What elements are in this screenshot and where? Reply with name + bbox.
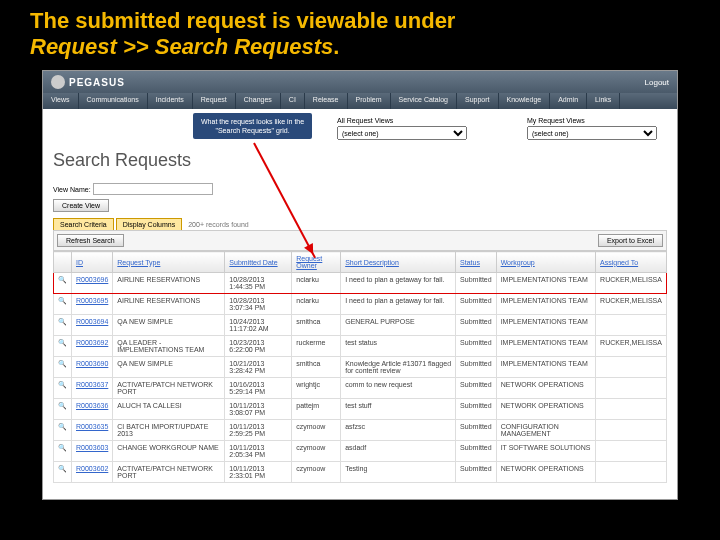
logout-link[interactable]: Logout [645, 78, 669, 87]
cell-id[interactable]: R0003602 [72, 462, 113, 483]
cell-assigned [596, 462, 667, 483]
cell-type: QA NEW SIMPLE [113, 357, 225, 378]
cell-id[interactable]: R0003692 [72, 336, 113, 357]
cell-date: 10/11/2013 2:33:01 PM [225, 462, 292, 483]
menubar: Views Communications Incidents Request C… [43, 93, 677, 109]
menu-links[interactable]: Links [587, 93, 620, 109]
cell-owner: czymoow [292, 441, 341, 462]
magnify-icon[interactable]: 🔍 [54, 336, 72, 357]
cell-assigned: RUCKER,MELISSA [596, 273, 667, 294]
tab-search-criteria[interactable]: Search Criteria [53, 218, 114, 230]
table-row: 🔍R0003690QA NEW SIMPLE10/21/2013 3:28:42… [54, 357, 667, 378]
tab-display-columns[interactable]: Display Columns [116, 218, 183, 230]
cell-desc: asdadf [341, 441, 456, 462]
create-view-button[interactable]: Create View [53, 199, 109, 212]
cell-owner: czymoow [292, 462, 341, 483]
cell-id[interactable]: R0003696 [72, 273, 113, 294]
menu-views[interactable]: Views [43, 93, 79, 109]
menu-release[interactable]: Release [305, 93, 348, 109]
cell-date: 10/28/2013 3:07:34 PM [225, 294, 292, 315]
cell-owner: smithca [292, 315, 341, 336]
cell-assigned [596, 315, 667, 336]
cell-id[interactable]: R0003695 [72, 294, 113, 315]
cell-type: ACTIVATE/PATCH NETWORK PORT [113, 378, 225, 399]
callout-line1: What the request looks like in the [201, 118, 304, 125]
cell-assigned [596, 399, 667, 420]
col-status[interactable]: Status [456, 252, 497, 273]
cell-workgroup: IMPLEMENTATIONS TEAM [496, 294, 595, 315]
cell-desc: asfzsc [341, 420, 456, 441]
magnify-icon[interactable]: 🔍 [54, 378, 72, 399]
cell-date: 10/28/2013 1:44:35 PM [225, 273, 292, 294]
cell-type: CHANGE WORKGROUP NAME [113, 441, 225, 462]
cell-assigned [596, 378, 667, 399]
table-row: 🔍R0003695AIRLINE RESERVATIONS10/28/2013 … [54, 294, 667, 315]
cell-date: 10/11/2013 3:08:07 PM [225, 399, 292, 420]
view-name-input[interactable] [93, 183, 213, 195]
col-mag [54, 252, 72, 273]
cell-date: 10/21/2013 3:28:42 PM [225, 357, 292, 378]
cell-desc: test status [341, 336, 456, 357]
app-screenshot: PEGASUS Logout Views Communications Inci… [42, 70, 678, 500]
magnify-icon[interactable]: 🔍 [54, 462, 72, 483]
menu-request[interactable]: Request [193, 93, 236, 109]
cell-assigned [596, 357, 667, 378]
menu-incidents[interactable]: Incidents [148, 93, 193, 109]
menu-ci[interactable]: CI [281, 93, 305, 109]
col-assigned[interactable]: Assigned To [596, 252, 667, 273]
cell-desc: Knowledge Article #13071 flagged for con… [341, 357, 456, 378]
magnify-icon[interactable]: 🔍 [54, 420, 72, 441]
magnify-icon[interactable]: 🔍 [54, 273, 72, 294]
tabs-row: Search Criteria Display Columns 200+ rec… [53, 218, 667, 230]
menu-changes[interactable]: Changes [236, 93, 281, 109]
cell-id[interactable]: R0003636 [72, 399, 113, 420]
cell-workgroup: IMPLEMENTATIONS TEAM [496, 273, 595, 294]
my-request-views: My Request Views (select one) [527, 117, 657, 140]
refresh-search-button[interactable]: Refresh Search [57, 234, 124, 247]
col-desc[interactable]: Short Description [341, 252, 456, 273]
magnify-icon[interactable]: 🔍 [54, 441, 72, 462]
my-views-select[interactable]: (select one) [527, 126, 657, 140]
cell-workgroup: IMPLEMENTATIONS TEAM [496, 336, 595, 357]
menu-service-catalog[interactable]: Service Catalog [391, 93, 457, 109]
menu-problem[interactable]: Problem [348, 93, 391, 109]
grid-toolbar: Refresh Search Export to Excel [53, 230, 667, 251]
magnify-icon[interactable]: 🔍 [54, 315, 72, 336]
cell-id[interactable]: R0003635 [72, 420, 113, 441]
cell-owner: nclarku [292, 273, 341, 294]
logo-icon [51, 75, 65, 89]
magnify-icon[interactable]: 🔍 [54, 399, 72, 420]
cell-date: 10/24/2013 11:17:02 AM [225, 315, 292, 336]
export-excel-button[interactable]: Export to Excel [598, 234, 663, 247]
cell-id[interactable]: R0003694 [72, 315, 113, 336]
menu-support[interactable]: Support [457, 93, 499, 109]
table-row: 🔍R0003635CI BATCH IMPORT/UPDATE 201310/1… [54, 420, 667, 441]
all-request-views: All Request Views (select one) [337, 117, 467, 140]
cell-workgroup: IMPLEMENTATIONS TEAM [496, 315, 595, 336]
cell-assigned: RUCKER,MELISSA [596, 294, 667, 315]
magnify-icon[interactable]: 🔍 [54, 357, 72, 378]
col-type[interactable]: Request Type [113, 252, 225, 273]
col-date[interactable]: Submitted Date [225, 252, 292, 273]
cell-desc: I need to plan a getaway for fall. [341, 273, 456, 294]
cell-id[interactable]: R0003603 [72, 441, 113, 462]
cell-id[interactable]: R0003637 [72, 378, 113, 399]
cell-type: AIRLINE RESERVATIONS [113, 273, 225, 294]
menu-admin[interactable]: Admin [550, 93, 587, 109]
cell-status: Submitted [456, 399, 497, 420]
menu-communications[interactable]: Communications [79, 93, 148, 109]
col-id[interactable]: ID [72, 252, 113, 273]
table-row: 🔍R0003692QA LEADER - IMPLEMENTATIONS TEA… [54, 336, 667, 357]
menu-knowledge[interactable]: Knowledge [499, 93, 551, 109]
magnify-icon[interactable]: 🔍 [54, 294, 72, 315]
cell-date: 10/23/2013 6:22:00 PM [225, 336, 292, 357]
cell-status: Submitted [456, 315, 497, 336]
all-views-select[interactable]: (select one) [337, 126, 467, 140]
cell-date: 10/11/2013 2:59:25 PM [225, 420, 292, 441]
view-name-label: View Name: [53, 186, 91, 193]
cell-desc: GENERAL PURPOSE [341, 315, 456, 336]
cell-id[interactable]: R0003690 [72, 357, 113, 378]
table-row: 🔍R0003602ACTIVATE/PATCH NETWORK PORT10/1… [54, 462, 667, 483]
col-workgroup[interactable]: Workgroup [496, 252, 595, 273]
heading-line1: The submitted request is viewable under [30, 8, 455, 33]
